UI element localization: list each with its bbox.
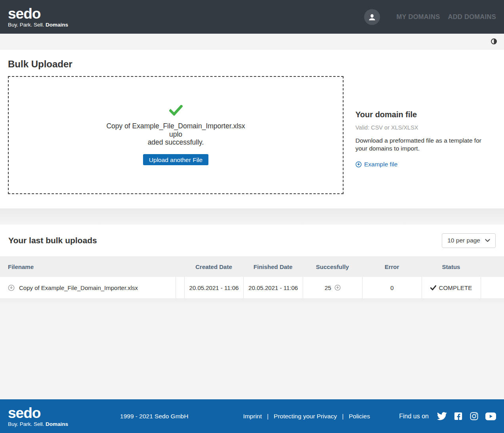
last-uploads-title: Your last bulk uploads bbox=[8, 236, 97, 245]
cell-end-spacer bbox=[481, 277, 504, 298]
per-page-value: 10 per page bbox=[447, 237, 480, 244]
download-circle-icon bbox=[355, 161, 362, 168]
link-separator: | bbox=[342, 413, 344, 420]
status-badge: COMPLETE bbox=[439, 284, 472, 291]
col-header-successful: Succesfully bbox=[303, 263, 362, 270]
cell-status: COMPLETE bbox=[422, 277, 481, 298]
main-content: Bulk Uploader Copy of Example_File_Domai… bbox=[0, 50, 504, 208]
cell-finished-date: 20.05.2021 - 11:06 bbox=[243, 277, 303, 298]
domain-file-panel: Your domain file Valid: CSV or XLS/XLSX … bbox=[355, 76, 495, 168]
download-circle-icon[interactable] bbox=[334, 284, 341, 291]
logo-tagline: Buy. Park. Sell. Domains bbox=[8, 422, 68, 427]
footer: sedo Buy. Park. Sell. Domains 1999 - 202… bbox=[0, 399, 504, 433]
find-us-label: Find us on bbox=[399, 413, 429, 420]
nav-my-domains[interactable]: MY DOMAINS bbox=[396, 13, 440, 21]
imprint-link[interactable]: Imprint bbox=[243, 413, 262, 420]
youtube-icon[interactable] bbox=[485, 412, 496, 420]
cell-created-date: 20.05.2021 - 11:06 bbox=[184, 277, 243, 298]
footer-links: Imprint | Protecting your Privacy | Poli… bbox=[243, 413, 370, 420]
link-separator: | bbox=[267, 413, 269, 420]
upload-dropzone[interactable]: Copy of Example_File_Domain_Importer.xls… bbox=[8, 76, 344, 194]
instagram-icon[interactable] bbox=[470, 412, 479, 421]
col-header-filename: Filename bbox=[0, 263, 184, 270]
example-file-link[interactable]: Example file bbox=[355, 161, 495, 168]
top-header: sedo Buy. Park. Sell. Domains MY DOMAINS… bbox=[0, 0, 504, 34]
last-uploads-section: Your last bulk uploads 10 per page Filen… bbox=[0, 225, 504, 298]
table-row: Copy of Example_File_Domain_Importer.xls… bbox=[0, 277, 504, 298]
col-header-error: Error bbox=[362, 263, 422, 270]
social-icons-group: Find us on bbox=[399, 412, 496, 421]
copyright-text: 1999 - 2021 Sedo GmbH bbox=[120, 413, 188, 420]
col-header-status: Status bbox=[422, 263, 481, 270]
template-description: Download a preformatted file as a templa… bbox=[355, 137, 495, 153]
sedo-logo[interactable]: sedo Buy. Park. Sell. Domains bbox=[8, 6, 68, 28]
upload-success-message: Copy of Example_File_Domain_Importer.xls… bbox=[105, 122, 247, 147]
cell-successful: 25 bbox=[303, 277, 362, 298]
logo-wordmark: sedo bbox=[8, 6, 68, 21]
utility-bar bbox=[0, 34, 504, 50]
cell-filename: Copy of Example_File_Domain_Importer.xls… bbox=[0, 277, 176, 298]
contrast-toggle-icon[interactable] bbox=[491, 38, 497, 45]
user-avatar[interactable] bbox=[364, 9, 380, 25]
sedo-footer-logo[interactable]: sedo Buy. Park. Sell. Domains bbox=[8, 406, 68, 427]
section-divider-band bbox=[0, 208, 504, 225]
logo-wordmark: sedo bbox=[8, 406, 68, 420]
upload-another-file-button[interactable]: Upload another File bbox=[143, 154, 208, 165]
filename-text: Copy of Example_File_Domain_Importer.xls… bbox=[19, 284, 138, 291]
nav-add-domains[interactable]: ADD DOMAINS bbox=[448, 13, 496, 21]
download-circle-icon[interactable] bbox=[8, 284, 15, 291]
page-title: Bulk Uploader bbox=[8, 50, 496, 76]
table-header-row: Filename Created Date Finished Date Succ… bbox=[0, 256, 504, 277]
successful-count: 25 bbox=[325, 284, 331, 291]
success-check-icon bbox=[169, 105, 183, 116]
col-header-finished: Finished Date bbox=[243, 263, 303, 270]
logo-tagline: Buy. Park. Sell. Domains bbox=[8, 22, 68, 28]
valid-formats-note: Valid: CSV or XLS/XLSX bbox=[355, 124, 495, 131]
page-background bbox=[0, 298, 504, 399]
person-icon bbox=[367, 12, 377, 22]
facebook-icon[interactable] bbox=[454, 412, 463, 421]
check-icon bbox=[430, 285, 436, 290]
privacy-link[interactable]: Protecting your Privacy bbox=[274, 413, 337, 420]
col-header-created: Created Date bbox=[184, 263, 243, 270]
per-page-select[interactable]: 10 per page bbox=[442, 233, 496, 248]
twitter-icon[interactable] bbox=[437, 412, 447, 420]
domain-file-title: Your domain file bbox=[355, 110, 495, 119]
example-file-label: Example file bbox=[364, 161, 397, 168]
chevron-down-icon bbox=[485, 239, 490, 242]
cell-error-count: 0 bbox=[362, 277, 422, 298]
cell-spacer bbox=[176, 277, 184, 298]
policies-link[interactable]: Policies bbox=[349, 413, 370, 420]
